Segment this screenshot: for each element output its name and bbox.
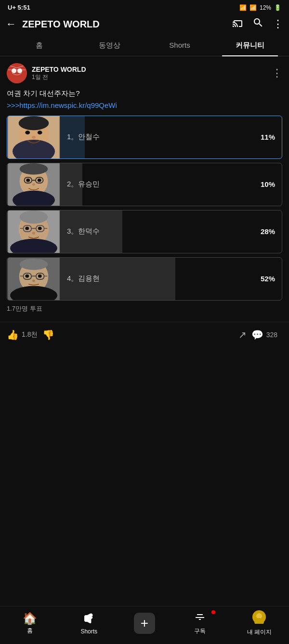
search-icon[interactable] — [252, 17, 264, 31]
candidate-1-photo — [7, 116, 60, 158]
svg-point-36 — [20, 210, 48, 223]
svg-point-24 — [20, 163, 48, 174]
avatar — [7, 63, 27, 83]
thumbs-up-icon: 👍 — [7, 329, 19, 341]
poll-label-1: 1。안철수 — [60, 132, 261, 142]
tab-bar: 홈 동영상 Shorts 커뮤니티 — [0, 35, 289, 56]
comment-button[interactable]: 💬 328 — [251, 327, 282, 342]
svg-point-14 — [19, 116, 49, 130]
poll-label-3: 3。한덕수 — [60, 227, 261, 236]
tab-video[interactable]: 동영상 — [74, 35, 144, 56]
carrier-time: U+ 5:51 — [8, 4, 30, 11]
candidate-3-photo — [7, 210, 60, 253]
svg-point-2 — [12, 68, 16, 73]
nav-home-label: 홈 — [27, 627, 33, 635]
tab-community[interactable]: 커뮤니티 — [215, 35, 285, 56]
dislike-button[interactable]: 👎 — [42, 327, 59, 342]
nav-shorts-label: Shorts — [80, 628, 97, 635]
like-count: 1.8천 — [22, 330, 38, 339]
battery-level: 12% — [260, 4, 271, 11]
svg-point-47 — [32, 279, 35, 282]
post-container: ZEPETO WORLD 1일 전 ⋮ 여권 차기 대선주자는? >>>http… — [0, 56, 289, 322]
svg-point-22 — [38, 178, 41, 182]
shorts-icon — [83, 612, 95, 627]
more-icon[interactable]: ⋮ — [273, 18, 283, 30]
svg-point-35 — [32, 232, 36, 235]
poll-pct-3: 28% — [261, 227, 282, 236]
poll-option-3[interactable]: 3。한덕수 28% — [7, 210, 282, 253]
post-more-button[interactable]: ⋮ — [272, 67, 282, 79]
add-icon: + — [141, 616, 148, 631]
poll-bar-1: 1。안철수 11% — [60, 116, 282, 158]
bottom-nav: 🏠 홈 Shorts + 구독 내 페이지 — [0, 606, 289, 644]
post-meta: ZEPETO WORLD 1일 전 — [32, 66, 267, 81]
post-link[interactable]: >>>https://im.newspic.kr/q99QeWi — [7, 101, 117, 109]
poll-pct-2: 10% — [261, 180, 282, 188]
nav-subscriptions-label: 구독 — [194, 627, 206, 635]
nav-profile-label: 내 페이지 — [247, 628, 272, 636]
post-header: ZEPETO WORLD 1일 전 ⋮ — [7, 63, 282, 83]
poll-label-4: 4。김용현 — [60, 274, 261, 283]
svg-point-13 — [32, 136, 36, 139]
signal-icon: 📶 — [250, 4, 257, 11]
tab-home[interactable]: 홈 — [4, 35, 74, 56]
nav-add-button[interactable]: + — [134, 613, 155, 634]
poll-bar-4: 4。김용현 52% — [60, 258, 282, 300]
poll-bar-3: 3。한덕수 28% — [60, 210, 282, 253]
share-button[interactable]: ↗ — [238, 327, 251, 342]
nav-home[interactable]: 🏠 홈 — [15, 612, 44, 635]
nav-profile[interactable]: 내 페이지 — [245, 610, 274, 636]
svg-point-11 — [25, 131, 30, 134]
battery-icon: 🔋 — [274, 4, 281, 11]
comment-count: 328 — [266, 331, 277, 339]
thumbs-down-icon: 👎 — [42, 329, 54, 341]
like-button[interactable]: 👍 1.8천 — [7, 327, 42, 342]
wifi-icon: 📶 — [239, 4, 247, 11]
svg-point-48 — [20, 258, 48, 269]
poll-pct-4: 52% — [261, 275, 282, 283]
subscriptions-icon — [194, 611, 206, 626]
poll-option-4[interactable]: 4。김용현 52% — [7, 257, 282, 301]
poll: 1。안철수 11% — [7, 116, 282, 301]
nav-shorts[interactable]: Shorts — [75, 612, 104, 635]
vote-count: 1.7만명 투표 — [7, 304, 282, 313]
poll-option-1[interactable]: 1。안철수 11% — [7, 116, 282, 159]
svg-point-23 — [32, 183, 35, 185]
poll-pct-1: 11% — [261, 133, 282, 141]
nav-subscriptions[interactable]: 구독 — [185, 611, 214, 635]
channel-name: ZEPETO WORLD — [32, 66, 267, 73]
home-icon: 🏠 — [23, 612, 37, 625]
svg-point-45 — [25, 274, 29, 277]
poll-option-2[interactable]: 2。유승민 10% — [7, 163, 282, 206]
post-time: 1일 전 — [32, 73, 267, 81]
svg-point-21 — [26, 178, 30, 182]
tab-shorts[interactable]: Shorts — [144, 35, 215, 56]
comment-icon: 💬 — [251, 329, 263, 341]
back-button[interactable]: ← — [6, 18, 16, 30]
svg-point-34 — [38, 226, 42, 230]
candidate-2-photo — [7, 163, 60, 206]
svg-point-33 — [25, 226, 29, 230]
poll-label-2: 2。유승민 — [60, 180, 261, 189]
candidate-4-photo — [7, 258, 60, 300]
svg-point-12 — [38, 131, 42, 134]
share-icon: ↗ — [238, 329, 247, 341]
post-question: 여권 차기 대선주자는? — [7, 88, 282, 99]
poll-bar-2: 2。유승민 10% — [60, 163, 282, 206]
svg-point-46 — [38, 274, 42, 277]
cast-icon[interactable] — [232, 17, 244, 31]
status-bar: U+ 5:51 📶 📶 12% 🔋 — [0, 0, 289, 13]
page-title: ZEPETO WORLD — [22, 19, 226, 30]
profile-icon — [252, 610, 266, 627]
header: ← ZEPETO WORLD ⋮ — [0, 13, 289, 35]
header-icons: ⋮ — [232, 17, 283, 31]
post-actions: 👍 1.8천 👎 ↗ 💬 328 — [0, 322, 289, 347]
svg-point-3 — [17, 68, 22, 73]
status-right: 📶 📶 12% 🔋 — [239, 4, 281, 11]
